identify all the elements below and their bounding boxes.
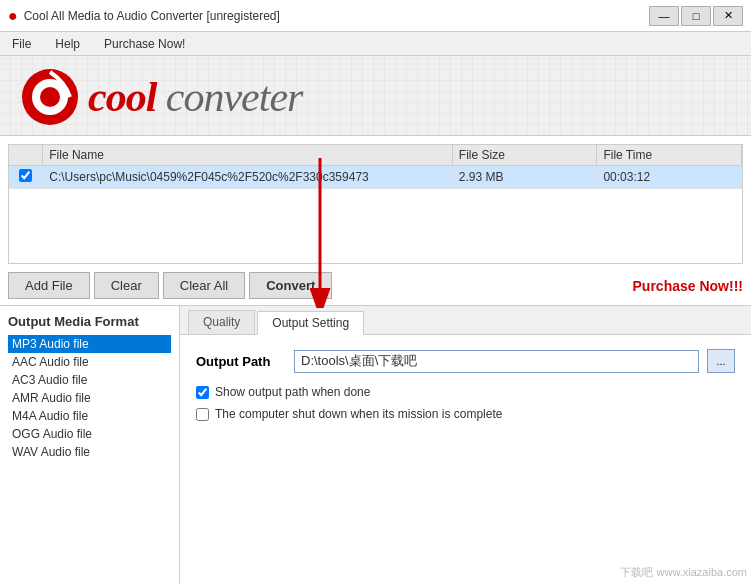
show-output-path-checkbox[interactable]: [196, 386, 209, 399]
app-icon: ●: [8, 7, 18, 25]
title-bar-left: ● Cool All Media to Audio Converter [unr…: [8, 7, 280, 25]
purchase-label[interactable]: Purchase Now!!!: [633, 278, 743, 294]
clear-all-button[interactable]: Clear All: [163, 272, 245, 299]
format-list: MP3 Audio file AAC Audio file AC3 Audio …: [8, 335, 171, 461]
shutdown-on-complete-checkbox[interactable]: [196, 408, 209, 421]
col-header-filesize: File Size: [452, 145, 597, 166]
browse-button[interactable]: ...: [707, 349, 735, 373]
table-row[interactable]: C:\Users\pc\Music\0459%2F045c%2F520c%2F3…: [9, 166, 742, 189]
col-header-check: [9, 145, 43, 166]
format-item-aac[interactable]: AAC Audio file: [8, 353, 171, 371]
format-item-amr[interactable]: AMR Audio file: [8, 389, 171, 407]
maximize-button[interactable]: □: [681, 6, 711, 26]
shutdown-on-complete-label: The computer shut down when its mission …: [215, 407, 502, 421]
title-bar-controls: — □ ✕: [649, 6, 743, 26]
show-output-path-row: Show output path when done: [196, 385, 735, 399]
output-path-row: Output Path ...: [196, 349, 735, 373]
menu-bar: File Help Purchase Now!: [0, 32, 751, 56]
logo-text: cool conveter: [88, 73, 302, 121]
shutdown-on-complete-row: The computer shut down when its mission …: [196, 407, 735, 421]
toolbar-container: Add File Clear Clear All Convert Purchas…: [0, 268, 751, 303]
format-item-ogg[interactable]: OGG Audio file: [8, 425, 171, 443]
tab-output-setting[interactable]: Output Setting: [257, 311, 364, 335]
logo-icon: [20, 67, 80, 127]
file-table: File Name File Size File Time C:\Users\p…: [9, 145, 742, 189]
format-item-mp3[interactable]: MP3 Audio file: [8, 335, 171, 353]
row-checkbox[interactable]: [9, 166, 43, 189]
add-file-button[interactable]: Add File: [8, 272, 90, 299]
close-button[interactable]: ✕: [713, 6, 743, 26]
format-item-m4a[interactable]: M4A Audio file: [8, 407, 171, 425]
tab-quality[interactable]: Quality: [188, 310, 255, 334]
file-table-container: File Name File Size File Time C:\Users\p…: [8, 144, 743, 264]
title-bar: ● Cool All Media to Audio Converter [unr…: [0, 0, 751, 32]
main-content: File Name File Size File Time C:\Users\p…: [0, 136, 751, 584]
clear-button[interactable]: Clear: [94, 272, 159, 299]
format-panel-title: Output Media Format: [8, 314, 171, 329]
menu-file[interactable]: File: [8, 35, 35, 53]
file-checkbox[interactable]: [19, 169, 32, 182]
watermark: 下载吧 www.xiazaiba.com: [620, 565, 747, 580]
file-size-cell: 2.93 MB: [452, 166, 597, 189]
show-output-path-label: Show output path when done: [215, 385, 370, 399]
toolbar: Add File Clear Clear All Convert Purchas…: [0, 268, 751, 303]
format-panel: Output Media Format MP3 Audio file AAC A…: [0, 306, 180, 584]
col-header-filetime: File Time: [597, 145, 742, 166]
settings-content: Output Path ... Show output path when do…: [180, 335, 751, 584]
menu-purchase[interactable]: Purchase Now!: [100, 35, 189, 53]
window-title: Cool All Media to Audio Converter [unreg…: [24, 9, 280, 23]
file-time-cell: 00:03:12: [597, 166, 742, 189]
svg-point-2: [40, 87, 60, 107]
format-item-ac3[interactable]: AC3 Audio file: [8, 371, 171, 389]
menu-help[interactable]: Help: [51, 35, 84, 53]
minimize-button[interactable]: —: [649, 6, 679, 26]
col-header-filename: File Name: [43, 145, 453, 166]
output-path-label: Output Path: [196, 354, 286, 369]
convert-button[interactable]: Convert: [249, 272, 332, 299]
settings-panel: Quality Output Setting Output Path ... S…: [180, 306, 751, 584]
logo-area: cool conveter: [0, 56, 751, 136]
bottom-section: Output Media Format MP3 Audio file AAC A…: [0, 305, 751, 584]
tabs: Quality Output Setting: [180, 306, 751, 335]
output-path-input[interactable]: [294, 350, 699, 373]
format-item-wav[interactable]: WAV Audio file: [8, 443, 171, 461]
file-name-cell: C:\Users\pc\Music\0459%2F045c%2F520c%2F3…: [43, 166, 453, 189]
